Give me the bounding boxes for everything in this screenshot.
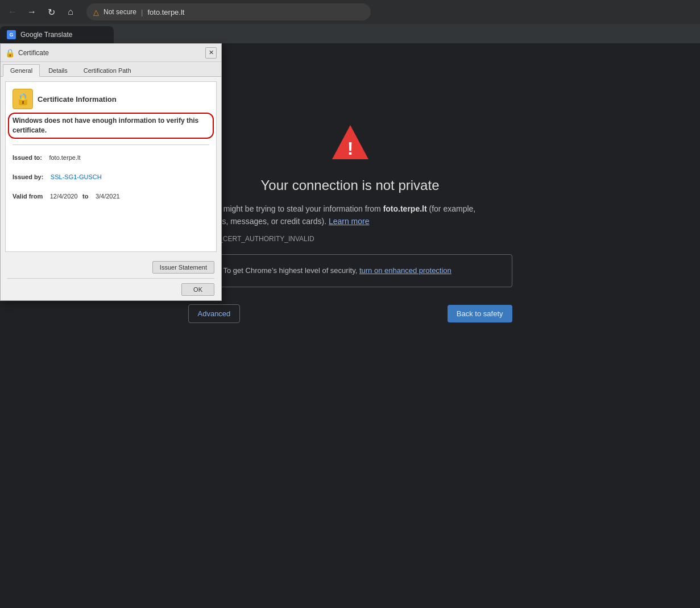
cert-ok-row: OK — [7, 278, 214, 296]
error-code: NET::ERR_CERT_AUTHORITY_INVALID — [188, 235, 512, 243]
cert-issuer-row: Issuer Statement — [7, 261, 214, 274]
cert-warning-oval: Windows does not have enough information… — [13, 116, 209, 135]
certificate-dialog: 🔒 Certificate ✕ General Details Certific… — [0, 43, 222, 301]
warning-icon: △ — [93, 8, 99, 16]
address-bar[interactable]: △ Not secure | foto.terpe.lt — [86, 3, 371, 20]
cert-valid-from-value: 12/4/2020 — [50, 193, 78, 200]
cert-valid-from-field: Valid from 12/4/2020 to 3/4/2021 — [13, 191, 209, 201]
browser-nav-bar: ← → ↻ ⌂ △ Not secure | foto.terpe.lt — [0, 0, 700, 24]
cert-issued-by-value: SSL-SG1-GUSCH — [51, 173, 102, 180]
reload-button[interactable]: ↻ — [43, 4, 59, 20]
cert-content-area: 🔒 Certificate Information Windows does n… — [5, 81, 217, 252]
url-text: foto.terpe.lt — [147, 8, 184, 16]
security-suggestion-text: To get Chrome’s highest level of securit… — [223, 266, 452, 275]
home-button[interactable]: ⌂ — [63, 4, 78, 20]
tab-label: Google Translate — [20, 31, 72, 39]
cert-issued-by-field: Issued by: SSL-SG1-GUSCH — [13, 171, 209, 181]
cert-valid-from-label: Valid from — [13, 193, 43, 200]
cert-tabs: General Details Certification Path — [1, 62, 221, 77]
cert-issued-to-label: Issued to: — [13, 154, 42, 161]
cert-shield-icon: 🔒 — [13, 89, 33, 109]
cert-valid-to-label: to — [82, 193, 88, 200]
cert-issued-to-field: Issued to: foto.terpe.lt — [13, 152, 209, 162]
cert-titlebar-left: 🔒 Certificate — [5, 48, 49, 57]
cert-ok-button[interactable]: OK — [181, 283, 214, 296]
cert-tab-general[interactable]: General — [3, 64, 40, 77]
enhanced-protection-link[interactable]: turn on enhanced protection — [359, 266, 452, 275]
cert-issued-to-value: foto.terpe.lt — [49, 154, 80, 161]
separator: | — [141, 8, 143, 16]
cert-close-button[interactable]: ✕ — [205, 47, 217, 59]
error-domain: foto.terpe.lt — [383, 204, 427, 213]
cert-titlebar: 🔒 Certificate ✕ — [1, 44, 221, 62]
error-description: Attackers might be trying to steal your … — [188, 202, 512, 228]
error-title: Your connection is not private — [261, 177, 440, 193]
cert-issuer-statement-button[interactable]: Issuer Statement — [152, 261, 214, 274]
svg-text:!: ! — [347, 138, 353, 159]
cert-warning-text: Windows does not have enough information… — [13, 116, 209, 135]
learn-more-link[interactable]: Learn more — [329, 217, 370, 226]
tab-icon: G — [7, 30, 16, 39]
security-suggestion-box: 🔒 To get Chrome’s highest level of secur… — [188, 254, 512, 287]
cert-tab-details[interactable]: Details — [41, 64, 75, 76]
cert-bottom: Issuer Statement OK — [1, 257, 221, 300]
browser-tab[interactable]: G Google Translate — [0, 26, 114, 43]
cert-dialog-title: Certificate — [18, 49, 49, 57]
button-row: Advanced Back to safety — [188, 304, 512, 323]
error-triangle-icon: ! — [330, 123, 371, 164]
back-to-safety-button[interactable]: Back to safety — [448, 305, 512, 322]
cert-issued-by-label: Issued by: — [13, 173, 43, 180]
tab-bar: G Google Translate — [0, 24, 700, 43]
cert-divider — [13, 144, 209, 145]
cert-info-title: Certificate Information — [38, 95, 117, 104]
advanced-button[interactable]: Advanced — [188, 304, 241, 323]
cert-info-header: 🔒 Certificate Information — [13, 89, 209, 109]
not-secure-label: Not secure — [103, 8, 136, 16]
cert-tab-certification-path[interactable]: Certification Path — [76, 64, 139, 76]
cert-valid-to-value: 3/4/2021 — [96, 193, 120, 200]
back-button[interactable]: ← — [5, 4, 20, 20]
forward-button[interactable]: → — [24, 4, 40, 20]
main-content: ! Your connection is not private Attacke… — [0, 43, 700, 608]
cert-shield-titlebar-icon: 🔒 — [5, 48, 15, 57]
